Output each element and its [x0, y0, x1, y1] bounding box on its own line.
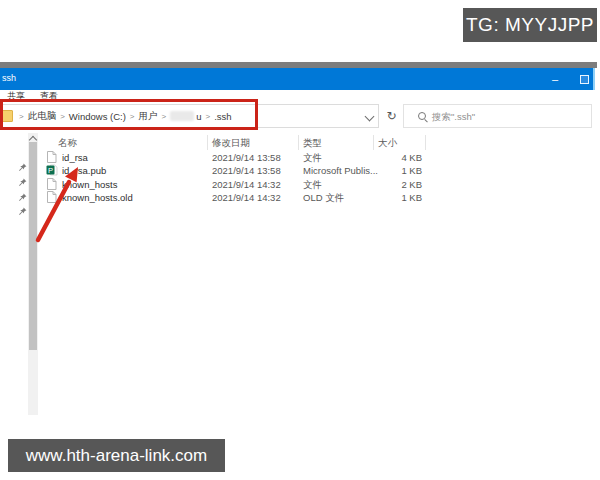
column-header-date-modified[interactable]: 修改日期: [212, 137, 250, 150]
file-size: 2 KB: [378, 178, 422, 191]
file-type: OLD 文件: [303, 191, 344, 204]
file-size: 1 KB: [378, 164, 422, 177]
maximize-icon: [580, 75, 589, 84]
annotation-arrow: [18, 158, 88, 250]
file-type: 文件: [303, 178, 322, 191]
window-title: ssh: [2, 73, 16, 83]
file-date: 2021/9/14 14:32: [212, 191, 281, 204]
search-placeholder: 搜索".ssh": [432, 111, 475, 124]
column-header-name[interactable]: 名称: [58, 137, 77, 150]
watermark-top-right: TG: MYYJJPP: [463, 8, 597, 42]
column-header-type[interactable]: 类型: [303, 137, 322, 150]
file-size: 4 KB: [378, 151, 422, 164]
refresh-button[interactable]: ↻: [381, 104, 402, 128]
file-date: 2021/9/14 14:32: [212, 178, 281, 191]
search-icon: [418, 112, 426, 120]
maximize-button[interactable]: [572, 68, 596, 90]
column-divider: [207, 135, 208, 150]
column-divider: [425, 135, 426, 150]
column-header-size[interactable]: 大小: [378, 137, 422, 150]
file-date: 2021/9/14 13:58: [212, 151, 281, 164]
file-date: 2021/9/14 13:58: [212, 164, 281, 177]
annotation-highlight-rect: [0, 99, 258, 130]
column-divider: [298, 135, 299, 150]
file-size: 1 KB: [378, 191, 422, 204]
column-divider: [373, 135, 374, 150]
screenshot-root: TG: MYYJJPP www.hth-arena-link.com ssh –…: [0, 0, 600, 480]
search-input[interactable]: 搜索".ssh": [403, 104, 592, 128]
minimize-button[interactable]: –: [542, 68, 568, 90]
file-type: Microsoft Publis...: [303, 164, 378, 177]
file-type: 文件: [303, 151, 322, 164]
window-titlebar: ssh –: [0, 68, 595, 90]
watermark-bottom-left: www.hth-arena-link.com: [8, 439, 225, 472]
